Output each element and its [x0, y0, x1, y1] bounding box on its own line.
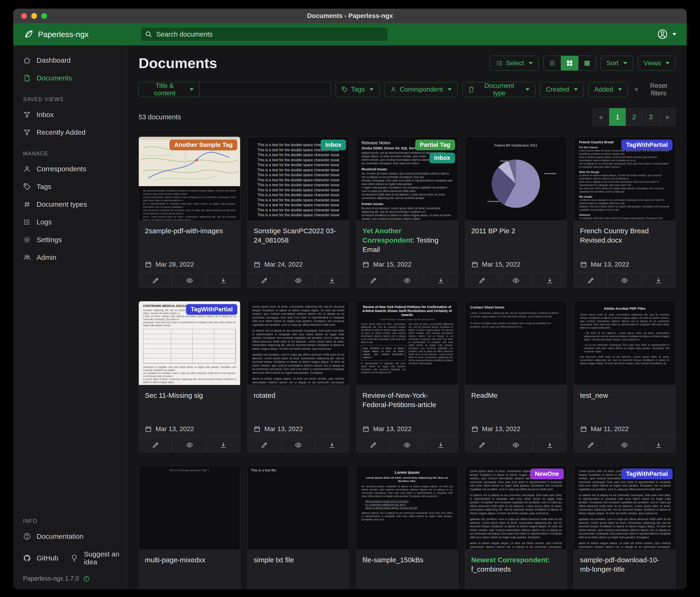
view-button[interactable]: [172, 438, 206, 452]
document-title[interactable]: simple txt file: [248, 550, 349, 589]
document-card[interactable]: CONTINUING MEDICAL EDUCAnsectetur adipis…: [139, 301, 240, 453]
sidebar-item-settings[interactable]: Settings: [13, 231, 127, 248]
document-thumbnail[interactable]: Lorem ipsum dolor sit amet, consectetur …: [465, 466, 567, 550]
tag-badge-partial-tag[interactable]: Partial Tag: [415, 140, 455, 150]
sidebar-item-correspondents[interactable]: Correspondents: [13, 160, 127, 178]
document-thumbnail[interactable]: Lorem ipsum dolor sit amet, consectetur …: [574, 466, 675, 550]
sidebar-item-suggest-an-idea[interactable]: Suggest an idea: [60, 545, 127, 571]
document-card[interactable]: Release NotesSimba ODBC Driver for SQL S…: [356, 137, 458, 288]
view-button[interactable]: [281, 438, 315, 452]
edit-button[interactable]: [574, 438, 607, 452]
download-button[interactable]: [206, 273, 240, 288]
edit-button[interactable]: [465, 273, 499, 288]
info-icon[interactable]: [83, 576, 90, 582]
document-title[interactable]: 2011 BP Pie 2: [465, 221, 567, 258]
search-input[interactable]: [141, 27, 388, 42]
tag-badge-newone[interactable]: NewOne: [530, 469, 564, 479]
filter-tags-button[interactable]: Tags: [335, 82, 380, 97]
sidebar-item-admin[interactable]: Admin: [13, 248, 127, 266]
document-card[interactable]: Adobe Acrobat PDF FilesLorem ipsum dolor…: [574, 301, 676, 453]
sidebar-item-tags[interactable]: Tags: [13, 178, 127, 195]
document-thumbnail[interactable]: CONTINUING MEDICAL EDUCAnsectetur adipis…: [139, 301, 240, 385]
document-title[interactable]: 2sample-pdf-with-images: [139, 221, 240, 258]
document-thumbnail[interactable]: Adobe Acrobat PDF FilesLorem ipsum dolor…: [574, 301, 675, 385]
document-card[interactable]: Patient BP Distribution 20112011 BP Pie …: [465, 137, 567, 288]
document-thumbnail[interactable]: This is a multi page document. Page 1.: [139, 466, 240, 550]
view-button[interactable]: [390, 273, 424, 288]
view-button[interactable]: [499, 273, 532, 288]
filter-added-button[interactable]: Added: [589, 82, 628, 97]
app-brand[interactable]: Paperless-ngx: [24, 29, 141, 39]
download-button[interactable]: [532, 273, 566, 288]
view-button[interactable]: [172, 273, 206, 288]
filter-correspondent-button[interactable]: Correspondent: [384, 82, 457, 97]
document-title[interactable]: multi-page-mixedxx: [139, 550, 240, 589]
view-button[interactable]: [499, 438, 532, 452]
reset-filters-button[interactable]: Reset filters: [634, 82, 676, 97]
close-window-button[interactable]: [21, 13, 27, 19]
document-title[interactable]: Sec 11-Missing sig: [139, 385, 240, 423]
view-button[interactable]: [607, 438, 641, 452]
document-thumbnail[interactable]: do eiusmod tempor incididunt ut labore e…: [139, 137, 240, 221]
correspondent-link[interactable]: Yet Another Correspondent: [362, 227, 412, 244]
select-button[interactable]: Select: [490, 56, 539, 71]
download-button[interactable]: [424, 273, 457, 288]
document-card[interactable]: Review of New York Federal Petitions for…: [356, 301, 458, 453]
edit-button[interactable]: [139, 438, 172, 452]
document-thumbnail[interactable]: This is a test file.: [248, 466, 349, 550]
document-title[interactable]: Yet Another Correspondent: Testing Email: [356, 221, 457, 258]
sidebar-item-github[interactable]: GitHub: [13, 549, 60, 567]
document-card[interactable]: This is a multi page document. Page 1.mu…: [139, 465, 240, 589]
view-button[interactable]: [607, 273, 641, 288]
document-thumbnail[interactable]: This is a test for the double space char…: [248, 137, 349, 221]
document-card[interactable]: Lorem ipsum dolor sit amet, consectetur …: [465, 465, 567, 589]
zoom-window-button[interactable]: [41, 13, 47, 19]
edit-button[interactable]: [248, 438, 281, 452]
edit-button[interactable]: [356, 273, 390, 288]
download-button[interactable]: [532, 438, 566, 452]
document-title[interactable]: French Country Bread Revised.docx: [574, 221, 675, 258]
document-thumbnail[interactable]: Patient BP Distribution 2011: [465, 137, 567, 221]
sidebar-item-documentation[interactable]: Documentation: [13, 528, 127, 545]
download-button[interactable]: [206, 438, 240, 452]
pagination-next-button[interactable]: »: [659, 108, 676, 126]
detail-view-button[interactable]: [578, 56, 596, 71]
sidebar-item-inbox[interactable]: Inbox: [13, 106, 127, 123]
pagination-page-1[interactable]: 1: [609, 108, 626, 126]
edit-button[interactable]: [139, 273, 172, 288]
edit-button[interactable]: [574, 273, 607, 288]
grid-view-button[interactable]: [561, 56, 578, 71]
document-title[interactable]: test_new: [574, 385, 675, 423]
views-button[interactable]: Views: [638, 56, 676, 71]
pagination-page-3[interactable]: 3: [642, 108, 659, 126]
document-title[interactable]: ReadMe: [465, 385, 567, 423]
edit-button[interactable]: [356, 438, 390, 452]
pagination-page-2[interactable]: 2: [626, 108, 643, 126]
sort-button[interactable]: Sort: [601, 56, 633, 71]
title-content-button[interactable]: Title & content: [139, 82, 200, 97]
filter-document-type-button[interactable]: Document type: [462, 82, 535, 97]
document-title[interactable]: Newest Correspondent: f_combineds: [465, 550, 567, 589]
document-card[interactable]: Contact Sheet Demot amet, consectetur ad…: [465, 301, 567, 453]
document-card[interactable]: Lorem ipsumLorem ipsum dolor sit amet, c…: [356, 465, 458, 589]
document-title[interactable]: Sonstige ScanPC2022 03-24_081058: [248, 221, 349, 258]
edit-button[interactable]: [465, 438, 499, 452]
document-card[interactable]: Lorem ipsum dolor sit amet, consectetur …: [574, 465, 676, 589]
sidebar-item-documents[interactable]: Documents: [13, 69, 127, 87]
download-button[interactable]: [642, 273, 675, 288]
download-button[interactable]: [315, 273, 349, 288]
download-button[interactable]: [315, 438, 349, 452]
minimize-window-button[interactable]: [31, 13, 37, 19]
view-button[interactable]: [390, 438, 424, 452]
document-thumbnail[interactable]: Lorem ipsumLorem ipsum dolor sit amet, c…: [356, 466, 457, 550]
document-thumbnail[interactable]: French Country BreadFor the Leaven:Lorem…: [574, 137, 675, 221]
edit-button[interactable]: [248, 273, 281, 288]
title-content-input[interactable]: [200, 82, 331, 97]
filter-created-button[interactable]: Created: [540, 82, 584, 97]
tag-badge-inbox[interactable]: Inbox: [321, 140, 346, 150]
document-card[interactable]: Lorem ipsum dolor sit amet, consectetur …: [247, 301, 349, 453]
document-title[interactable]: sample-pdf-download-10-mb-longer-title: [574, 550, 675, 589]
tag-badge-inbox[interactable]: Inbox: [429, 152, 455, 163]
sidebar-item-dashboard[interactable]: Dashboard: [13, 51, 127, 69]
document-title[interactable]: rotated: [248, 385, 349, 423]
